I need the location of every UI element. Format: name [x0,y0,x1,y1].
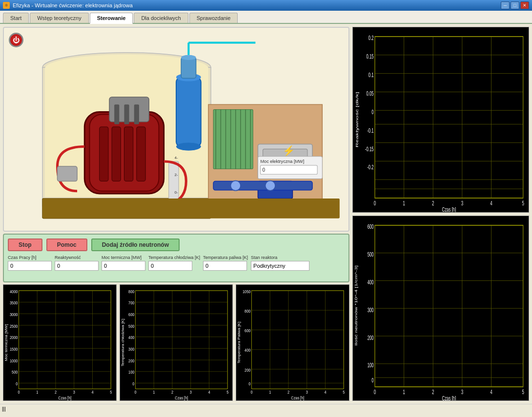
svg-rect-28 [213,109,253,169]
main-content: ⏻ [0,24,532,404]
svg-text:0: 0 [132,382,135,387]
svg-text:0.15: 0.15 [366,53,373,60]
svg-text:1000: 1000 [10,358,18,363]
svg-text:3: 3 [461,199,463,207]
svg-point-47 [266,181,275,191]
svg-text:0: 0 [249,382,251,387]
svg-text:1: 1 [269,390,271,395]
svg-rect-12 [114,104,119,124]
svg-text:Czas [h]: Czas [h] [175,396,188,400]
svg-text:400: 400 [245,348,251,353]
data-fields: Czas Pracy [h] Reaktywność Moc termiczna… [8,255,345,271]
dodaj-button[interactable]: Dodaj źródło neutronów [91,238,180,251]
app-icon: ⚛ [3,2,10,9]
svg-text:Temperatura chłodziwa [K]: Temperatura chłodziwa [K] [121,319,124,367]
label-stan-reaktora: Stan reaktora [251,255,309,260]
input-stan-reaktora[interactable] [251,261,309,271]
tab-sprawozdanie[interactable]: Sprawozdanie [189,13,238,23]
svg-text:100: 100 [128,370,135,375]
svg-text:0: 0 [371,108,373,116]
svg-text:0: 0 [374,199,376,207]
chart-moc-termiczna: 4000 3500 3000 2500 2000 1500 1000 500 0… [3,284,117,401]
svg-text:300: 300 [368,306,374,313]
input-reaktywnosc[interactable] [55,261,99,271]
svg-text:Czas [h]: Czas [h] [291,396,305,400]
window-title: Efizyka - Wirtualne ćwiczenie: elektrown… [13,2,501,8]
svg-text:1: 1 [153,390,155,395]
svg-text:5: 5 [343,390,345,395]
svg-text:2: 2 [287,390,289,395]
chart-temp-chlodziwia: 800 700 600 500 400 300 200 100 0 0 1 2 … [120,284,233,401]
tab-start[interactable]: Start [3,13,29,23]
input-temp-paliwa[interactable] [203,261,247,271]
svg-rect-48 [42,199,340,218]
svg-text:400: 400 [368,278,374,285]
field-reaktywnosc: Reaktywność [55,255,99,271]
svg-text:Temperatura Paliwa [K]: Temperatura Paliwa [K] [237,322,241,364]
minimize-button[interactable]: ─ [501,1,510,9]
svg-text:600: 600 [368,223,374,230]
svg-text:5: 5 [522,199,524,207]
svg-rect-10 [137,127,145,181]
svg-text:2: 2 [432,388,434,396]
svg-text:Czas [h]: Czas [h] [442,395,456,400]
chart-temp-paliwa: 1050 800 600 400 200 0 0 1 2 3 4 5 Tempe… [236,284,349,401]
svg-text:500: 500 [12,370,18,375]
tab-dociekliwych[interactable]: Dla dociekliwych [134,13,188,23]
close-button[interactable]: ✕ [520,1,529,9]
stop-button[interactable]: Stop [8,238,42,251]
svg-text:0: 0 [251,390,253,395]
svg-text:1: 1 [403,388,405,396]
field-temp-chlodziwia: Temperatura chłodziwa [K] [148,255,200,271]
svg-text:200: 200 [245,368,251,373]
input-moc-termiczna[interactable] [102,261,145,271]
svg-text:500: 500 [128,324,135,329]
svg-text:500: 500 [368,251,374,258]
svg-text:0.2: 0.2 [368,34,374,41]
left-panel: ⏻ [3,27,349,401]
svg-text:⚡: ⚡ [283,145,295,157]
svg-text:4: 4 [490,199,492,207]
label-reaktywnosc: Reaktywność [55,255,99,260]
svg-text:600: 600 [245,329,251,334]
svg-text:Czas [h]: Czas [h] [58,396,71,400]
label-czas-pracy: Czas Pracy [h] [8,255,52,260]
svg-text:-0.15: -0.15 [365,145,374,152]
control-buttons: Stop Pomoc Dodaj źródło neutronów [8,238,345,251]
svg-rect-19 [57,166,77,181]
svg-text:200: 200 [128,358,135,363]
svg-text:700: 700 [128,301,135,306]
svg-text:400: 400 [128,336,135,340]
title-bar: ⚛ Efizyka - Wirtualne ćwiczenie: elektro… [0,0,532,11]
svg-text:3: 3 [73,390,76,395]
svg-rect-23 [181,58,196,79]
svg-text:2: 2 [55,390,57,395]
svg-text:0: 0 [263,167,266,173]
svg-text:300: 300 [128,347,135,352]
bottom-charts: 4000 3500 3000 2500 2000 1500 1000 500 0… [3,284,349,401]
svg-text:4-: 4- [174,156,178,160]
tab-wstep[interactable]: Wstęp teoretyczny [30,13,88,23]
input-czas-pracy[interactable] [8,261,52,271]
svg-rect-14 [134,104,139,124]
svg-rect-20 [176,77,201,146]
svg-text:5: 5 [522,388,524,396]
reactor-diagram: ⏻ [3,27,349,232]
pomoc-button[interactable]: Pomoc [46,238,87,251]
svg-text:-0.2: -0.2 [367,163,374,171]
input-temp-chlodziwia[interactable] [148,261,192,271]
svg-text:0: 0 [16,382,18,387]
tab-sterowanie[interactable]: Sterowanie [90,13,133,24]
maximize-button[interactable]: □ [511,1,519,9]
svg-text:3: 3 [306,390,308,395]
svg-text:5: 5 [226,390,229,395]
svg-text:800: 800 [128,289,135,294]
svg-point-46 [231,181,241,191]
svg-text:2500: 2500 [10,324,18,329]
svg-text:1: 1 [36,390,38,395]
svg-rect-13 [124,104,129,124]
svg-text:200: 200 [368,334,374,341]
reactor-illustration: 4- 2- 0- [4,28,348,231]
svg-text:0.1: 0.1 [368,71,374,79]
svg-text:2: 2 [432,199,434,207]
